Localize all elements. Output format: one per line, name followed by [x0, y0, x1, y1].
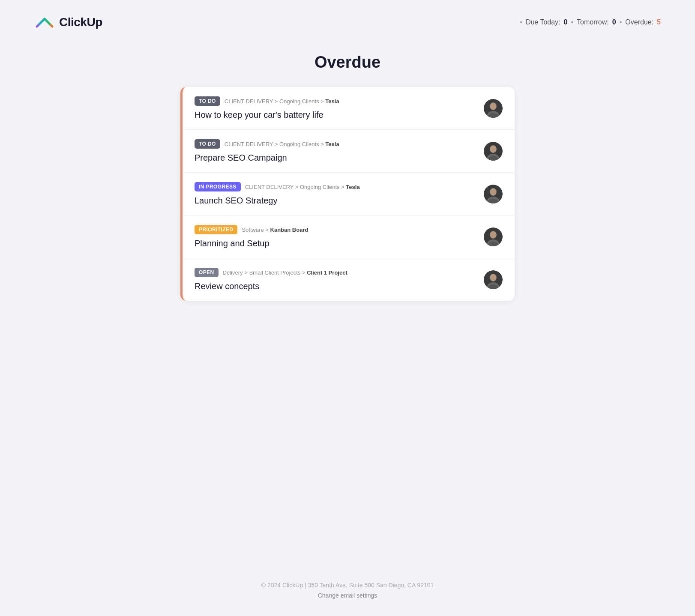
due-today-value: 0	[564, 18, 568, 26]
task-left-4: OPEN Delivery > Small Client Projects > …	[195, 268, 473, 291]
breadcrumb-2: CLIENT DELIVERY > Ongoing Clients > Tesl…	[245, 184, 360, 190]
footer: © 2024 ClickUp | 350 Tenth Ave. Suite 50…	[253, 569, 443, 616]
status-badge-2: IN PROGRESS	[195, 182, 241, 191]
task-left-2: IN PROGRESS CLIENT DELIVERY > Ongoing Cl…	[195, 182, 473, 206]
header: ClickUp • Due Today: 0 • Tomorrow: 0 • O…	[0, 0, 695, 45]
task-row[interactable]: TO DO CLIENT DELIVERY > Ongoing Clients …	[183, 130, 515, 173]
tomorrow-label: Tomorrow:	[577, 18, 609, 26]
status-badge-4: OPEN	[195, 268, 219, 277]
avatar-3	[484, 227, 503, 246]
task-left-1: TO DO CLIENT DELIVERY > Ongoing Clients …	[195, 139, 473, 163]
task-row[interactable]: IN PROGRESS CLIENT DELIVERY > Ongoing Cl…	[183, 173, 515, 215]
breadcrumb-4: Delivery > Small Client Projects > Clien…	[223, 269, 348, 276]
status-badge-1: TO DO	[195, 139, 220, 149]
svg-point-8	[490, 146, 496, 153]
overdue-value: 5	[657, 18, 661, 26]
status-badge-3: PRIORITIZED	[195, 225, 237, 234]
svg-point-13	[490, 188, 496, 195]
task-row[interactable]: PRIORITIZED Software > Kanban Board Plan…	[183, 215, 515, 258]
avatar-0	[484, 99, 503, 118]
status-badge-0: TO DO	[195, 96, 220, 106]
task-meta-3: PRIORITIZED Software > Kanban Board	[195, 225, 473, 234]
due-today-label: Due Today:	[526, 18, 560, 26]
tasks-card: TO DO CLIENT DELIVERY > Ongoing Clients …	[180, 87, 515, 301]
breadcrumb-1: CLIENT DELIVERY > Ongoing Clients > Tesl…	[225, 141, 339, 147]
header-stats: • Due Today: 0 • Tomorrow: 0 • Overdue: …	[520, 18, 661, 26]
avatar-2	[484, 185, 503, 203]
task-title-0: How to keep your car's battery life	[195, 110, 473, 120]
breadcrumb-0: CLIENT DELIVERY > Ongoing Clients > Tesl…	[225, 98, 339, 105]
svg-point-3	[490, 103, 496, 110]
logo: ClickUp	[34, 12, 102, 33]
task-row[interactable]: TO DO CLIENT DELIVERY > Ongoing Clients …	[183, 87, 515, 130]
avatar-1	[484, 142, 503, 161]
overdue-label: Overdue:	[625, 18, 653, 26]
task-row[interactable]: OPEN Delivery > Small Client Projects > …	[183, 258, 515, 301]
task-meta-0: TO DO CLIENT DELIVERY > Ongoing Clients …	[195, 96, 473, 106]
logo-text: ClickUp	[59, 15, 102, 29]
dot-2: •	[571, 18, 573, 26]
svg-point-18	[490, 231, 496, 238]
task-title-2: Launch SEO Strategy	[195, 196, 473, 206]
task-title-1: Prepare SEO Campaign	[195, 153, 473, 163]
task-meta-4: OPEN Delivery > Small Client Projects > …	[195, 268, 473, 277]
avatar-4	[484, 270, 503, 289]
main-content: Overdue TO DO CLIENT DELIVERY > Ongoing …	[172, 45, 523, 569]
task-title-4: Review concepts	[195, 281, 473, 291]
task-title-3: Planning and Setup	[195, 239, 473, 248]
breadcrumb-3: Software > Kanban Board	[242, 227, 308, 233]
dot-1: •	[520, 18, 522, 26]
tomorrow-value: 0	[612, 18, 616, 26]
svg-point-23	[490, 274, 496, 281]
task-meta-2: IN PROGRESS CLIENT DELIVERY > Ongoing Cl…	[195, 182, 473, 191]
page-title: Overdue	[315, 53, 380, 72]
task-left-0: TO DO CLIENT DELIVERY > Ongoing Clients …	[195, 96, 473, 120]
task-left-3: PRIORITIZED Software > Kanban Board Plan…	[195, 225, 473, 248]
email-settings-link[interactable]: Change email settings	[261, 592, 434, 599]
clickup-logo-icon	[34, 12, 55, 33]
task-meta-1: TO DO CLIENT DELIVERY > Ongoing Clients …	[195, 139, 473, 149]
copyright: © 2024 ClickUp | 350 Tenth Ave. Suite 50…	[261, 582, 434, 589]
dot-3: •	[620, 18, 622, 26]
